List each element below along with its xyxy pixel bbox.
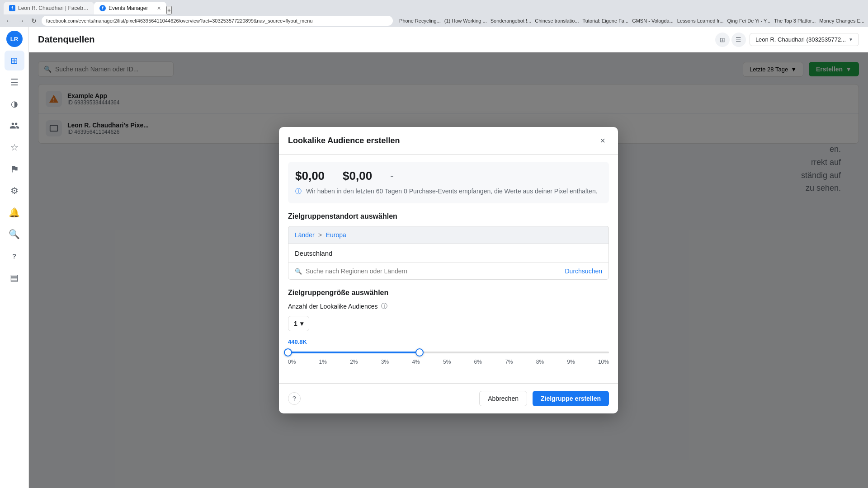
header-grid-icon[interactable]: ⊞ xyxy=(715,33,730,47)
modal-header: Lookalike Audience erstellen × xyxy=(279,127,618,155)
slider-label-9: 9% xyxy=(567,359,575,365)
breadcrumb-countries[interactable]: Länder xyxy=(295,231,315,239)
tab-favicon-2: f xyxy=(99,5,106,11)
location-section: Zielgruppenstandort auswählen Länder > E… xyxy=(288,212,609,280)
sidebar-item-help[interactable]: ? xyxy=(5,246,24,266)
modal-close-button[interactable]: × xyxy=(596,134,609,147)
slider-thumb-left[interactable] xyxy=(284,348,292,357)
sidebar-item-list[interactable]: ▤ xyxy=(5,267,24,287)
cancel-button[interactable]: Abbrechen xyxy=(479,391,527,406)
modal-footer: ? Abbrechen Zielgruppe erstellen xyxy=(279,383,618,413)
sidebar-item-settings[interactable]: ⚙ xyxy=(5,181,24,201)
price-value-1: $0,00 xyxy=(295,169,325,183)
slider-track xyxy=(288,348,609,357)
count-dropdown-icon: ▾ xyxy=(300,320,303,327)
tab-label-2: Events Manager xyxy=(108,5,154,11)
app-container: LR ⊞ ☰ ◑ ☆ ⚙ 🔔 🔍 ? ▤ Datenquellen ⊞ ☰ xyxy=(0,27,868,488)
url-bar[interactable] xyxy=(42,16,393,26)
tab-favicon-1: f xyxy=(9,5,15,11)
breadcrumb-row: Länder > Europa xyxy=(288,226,609,244)
header-menu-icon[interactable]: ☰ xyxy=(731,33,746,47)
audience-count-info-icon[interactable]: ⓘ xyxy=(381,302,387,310)
breadcrumb-arrow: > xyxy=(318,231,322,239)
price-separator: - xyxy=(390,170,393,182)
content-area: 🔍 Letzte 28 Tage ▼ Erstellen ▼ xyxy=(29,52,868,488)
sidebar-item-search[interactable]: 🔍 xyxy=(5,224,24,244)
bookmark-3[interactable]: Sonderangebot !... xyxy=(491,18,532,23)
sidebar-item-activity[interactable]: ◑ xyxy=(5,94,24,114)
new-tab-button[interactable]: + xyxy=(166,6,172,14)
bookmark-5[interactable]: Tutorial: Eigene Fa... xyxy=(582,18,628,23)
bookmark-2[interactable]: (1) How Working ... xyxy=(444,18,487,23)
location-search-icon: 🔍 xyxy=(295,268,302,275)
slider-container: 440.8K 0% 1% 2% xyxy=(288,338,609,365)
bookmarks-bar: Phone Recycling... (1) How Working ... S… xyxy=(399,18,864,23)
modal: Lookalike Audience erstellen × $0,00 $0,… xyxy=(279,127,618,413)
reload-button[interactable]: ↻ xyxy=(29,16,39,26)
slider-label-2: 2% xyxy=(350,359,358,365)
top-header: Datenquellen ⊞ ☰ Leon R. Chaudhari (3032… xyxy=(29,27,868,52)
slider-label-6: 6% xyxy=(474,359,482,365)
browser-tabs: f Leon R. Chaudhari | Facebook f Events … xyxy=(0,0,868,14)
sidebar: LR ⊞ ☰ ◑ ☆ ⚙ 🔔 🔍 ? ▤ xyxy=(0,27,29,488)
breadcrumb-europe[interactable]: Europa xyxy=(326,231,346,239)
bookmark-9[interactable]: The Top 3 Platfor... xyxy=(774,18,816,23)
bookmark-10[interactable]: Money Changes E... xyxy=(819,18,864,23)
slider-label-7: 7% xyxy=(505,359,513,365)
back-button[interactable]: ← xyxy=(4,16,14,26)
slider-label-1: 1% xyxy=(319,359,327,365)
main-content: Datenquellen ⊞ ☰ Leon R. Chaudhari (3032… xyxy=(29,27,868,488)
count-value: 1 xyxy=(294,320,297,327)
info-message: ⓘ Wir haben in den letzten 60 Tagen 0 Pu… xyxy=(295,187,602,196)
tab-close-2[interactable]: ✕ xyxy=(157,5,161,11)
browser-addressbar: ← → ↻ Phone Recycling... (1) How Working… xyxy=(0,14,868,27)
count-dropdown[interactable]: 1 ▾ xyxy=(288,316,309,331)
sidebar-item-menu[interactable]: ☰ xyxy=(5,72,24,92)
slider-label-0: 0% xyxy=(288,359,296,365)
modal-overlay[interactable]: Lookalike Audience erstellen × $0,00 $0,… xyxy=(29,52,868,488)
audience-count-row: Anzahl der Lookalike Audiences ⓘ xyxy=(288,302,609,310)
account-dropdown-icon: ▼ xyxy=(849,37,853,42)
audience-section-heading: Zielgruppengröße auswählen xyxy=(288,289,609,297)
modal-body: $0,00 $0,00 - ⓘ Wir haben in den letzten… xyxy=(279,155,618,383)
durchsuchen-button[interactable]: Durchsuchen xyxy=(565,267,603,275)
price-row: $0,00 $0,00 - xyxy=(295,169,602,183)
location-section-heading: Zielgruppenstandort auswählen xyxy=(288,212,609,221)
browser-tab-2[interactable]: f Events Manager ✕ xyxy=(94,2,166,14)
bookmark-1[interactable]: Phone Recycling... xyxy=(399,18,441,23)
user-account-button[interactable]: Leon R. Chaudhari (3032535772... ▼ xyxy=(750,33,859,46)
slider-label-8: 8% xyxy=(536,359,544,365)
sidebar-item-home[interactable]: ⊞ xyxy=(5,51,24,70)
location-search-row: 🔍 Durchsuchen xyxy=(288,263,609,280)
forward-button[interactable]: → xyxy=(16,16,26,26)
avatar[interactable]: LR xyxy=(6,31,23,47)
bookmark-6[interactable]: GMSN - Vologda... xyxy=(632,18,674,23)
page-title: Datenquellen xyxy=(38,34,710,45)
sidebar-item-flag[interactable] xyxy=(5,159,24,179)
user-account-label: Leon R. Chaudhari (3032535772... xyxy=(755,36,846,43)
selected-location: Deutschland xyxy=(288,244,609,263)
tab-label-1: Leon R. Chaudhari | Facebook xyxy=(18,5,89,11)
audience-section: Zielgruppengröße auswählen Anzahl der Lo… xyxy=(288,289,609,365)
header-icons: ⊞ ☰ xyxy=(715,33,746,47)
slider-thumb-right[interactable] xyxy=(415,348,424,357)
footer-help-button[interactable]: ? xyxy=(288,392,301,405)
location-search-input[interactable] xyxy=(306,267,561,275)
sidebar-item-notifications[interactable]: 🔔 xyxy=(5,202,24,222)
slider-label-5: 5% xyxy=(443,359,451,365)
bookmark-4[interactable]: Chinese translatio... xyxy=(535,18,579,23)
bookmark-8[interactable]: Qing Fei De Yi - Y... xyxy=(727,18,771,23)
footer-buttons: Abbrechen Zielgruppe erstellen xyxy=(479,391,609,406)
audience-count-label: Anzahl der Lookalike Audiences xyxy=(288,303,377,310)
price-section: $0,00 $0,00 - ⓘ Wir haben in den letzten… xyxy=(288,162,609,203)
create-audience-button[interactable]: Zielgruppe erstellen xyxy=(533,391,609,406)
slider-value-label: 440.8K xyxy=(288,338,609,345)
browser-tab-1[interactable]: f Leon R. Chaudhari | Facebook xyxy=(4,2,94,14)
slider-label-4: 4% xyxy=(412,359,420,365)
sidebar-item-favorites[interactable]: ☆ xyxy=(5,137,24,157)
slider-labels: 0% 1% 2% 3% 4% 5% 6% 7% 8% 9% xyxy=(288,359,609,365)
sidebar-item-people[interactable] xyxy=(5,116,24,136)
bookmark-7[interactable]: Lessons Learned fr... xyxy=(677,18,724,23)
browser-chrome: f Leon R. Chaudhari | Facebook f Events … xyxy=(0,0,868,27)
slider-label-3: 3% xyxy=(381,359,389,365)
